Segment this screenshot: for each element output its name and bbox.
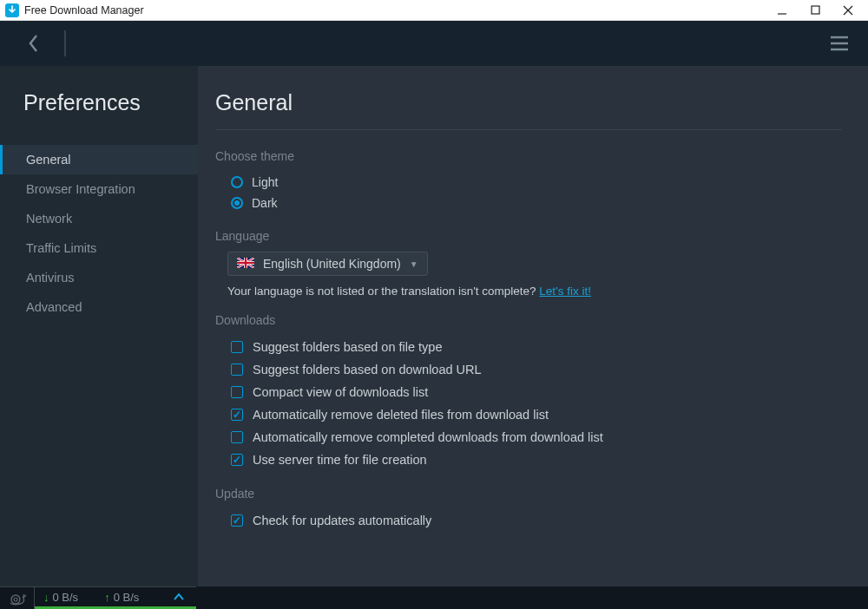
app-icon xyxy=(5,3,19,17)
titlebar: Free Download Manager xyxy=(0,0,868,21)
maximize-button[interactable] xyxy=(809,4,821,16)
checkbox-label: Suggest folders based on file type xyxy=(253,340,442,354)
downloads-section-label: Downloads xyxy=(215,313,842,327)
checkbox-icon xyxy=(231,431,243,443)
language-select[interactable]: English (United Kingdom) ▼ xyxy=(227,252,428,276)
chevron-up-icon[interactable] xyxy=(174,591,184,604)
radio-icon xyxy=(231,197,243,209)
theme-section-label: Choose theme xyxy=(215,149,842,163)
downloads-option-1[interactable]: Suggest folders based on download URL xyxy=(231,358,842,381)
hamburger-menu-button[interactable] xyxy=(826,30,852,56)
checkbox-icon xyxy=(231,409,243,421)
language-fix-link[interactable]: Let's fix it! xyxy=(539,285,591,298)
radio-icon xyxy=(231,176,243,188)
language-selected-label: English (United Kingdom) xyxy=(263,257,401,271)
sidebar-item-browser-integration[interactable]: Browser Integration xyxy=(0,174,198,204)
radio-label: Light xyxy=(252,175,278,189)
checkbox-icon xyxy=(231,363,243,376)
sidebar-title: Preferences xyxy=(0,90,198,133)
upload-speed-value: 0 B/s xyxy=(114,591,140,604)
flag-icon xyxy=(237,257,254,271)
chevron-down-icon: ▼ xyxy=(410,259,418,269)
minimize-button[interactable] xyxy=(776,4,788,16)
theme-radio-light[interactable]: Light xyxy=(231,172,842,193)
arrow-up-icon: ↑ xyxy=(104,591,110,604)
downloads-option-3[interactable]: Automatically remove deleted files from … xyxy=(231,403,842,426)
radio-label: Dark xyxy=(252,196,278,210)
window-title: Free Download Manager xyxy=(24,4,776,16)
checkbox-label: Suggest folders based on download URL xyxy=(253,363,482,377)
checkbox-icon xyxy=(231,341,243,353)
snail-icon[interactable] xyxy=(0,586,35,609)
header-divider xyxy=(64,30,66,56)
language-section-label: Language xyxy=(215,229,842,243)
update-option-0[interactable]: Check for updates automatically xyxy=(231,509,842,532)
checkbox-label: Automatically remove deleted files from … xyxy=(253,408,549,422)
checkbox-label: Check for updates automatically xyxy=(253,514,431,527)
checkbox-icon xyxy=(231,386,243,398)
page-heading: General xyxy=(215,90,842,130)
checkbox-label: Use server time for file creation xyxy=(253,453,427,467)
svg-point-13 xyxy=(11,595,20,604)
window-controls xyxy=(776,4,865,16)
downloads-option-0[interactable]: Suggest folders based on file type xyxy=(231,336,842,358)
header-bar xyxy=(0,21,868,66)
main-panel: General Choose theme LightDark Language … xyxy=(198,66,868,586)
downloads-option-4[interactable]: Automatically remove completed downloads… xyxy=(231,426,842,449)
checkbox-label: Automatically remove completed downloads… xyxy=(253,430,603,444)
back-button[interactable] xyxy=(21,30,47,56)
speed-pane[interactable]: ↓ 0 B/s ↑ 0 B/s xyxy=(35,586,196,609)
checkbox-icon xyxy=(231,514,243,527)
sidebar-item-general[interactable]: General xyxy=(0,145,198,174)
sidebar-list: GeneralBrowser IntegrationNetworkTraffic… xyxy=(0,145,198,322)
sidebar: Preferences GeneralBrowser IntegrationNe… xyxy=(0,66,198,586)
svg-rect-2 xyxy=(812,6,819,14)
language-hint-text: Your language is not listed or the trans… xyxy=(227,285,539,298)
sidebar-item-advanced[interactable]: Advanced xyxy=(0,292,198,322)
sidebar-item-traffic-limits[interactable]: Traffic Limits xyxy=(0,233,198,263)
upload-speed: ↑ 0 B/s xyxy=(104,591,139,604)
download-speed: ↓ 0 B/s xyxy=(43,591,78,604)
arrow-down-icon: ↓ xyxy=(43,591,49,604)
svg-point-14 xyxy=(14,598,17,601)
sidebar-item-antivirus[interactable]: Antivirus xyxy=(0,263,198,292)
update-section-label: Update xyxy=(215,487,842,501)
close-button[interactable] xyxy=(842,4,854,16)
downloads-option-2[interactable]: Compact view of downloads list xyxy=(231,381,842,403)
status-bar: ↓ 0 B/s ↑ 0 B/s xyxy=(0,586,868,609)
checkbox-label: Compact view of downloads list xyxy=(253,385,428,399)
download-speed-value: 0 B/s xyxy=(53,591,79,604)
checkbox-icon xyxy=(231,454,243,466)
svg-rect-12 xyxy=(237,262,254,264)
language-hint: Your language is not listed or the trans… xyxy=(227,285,842,298)
downloads-option-5[interactable]: Use server time for file creation xyxy=(231,449,842,471)
theme-radio-dark[interactable]: Dark xyxy=(231,193,842,213)
sidebar-item-network[interactable]: Network xyxy=(0,204,198,233)
